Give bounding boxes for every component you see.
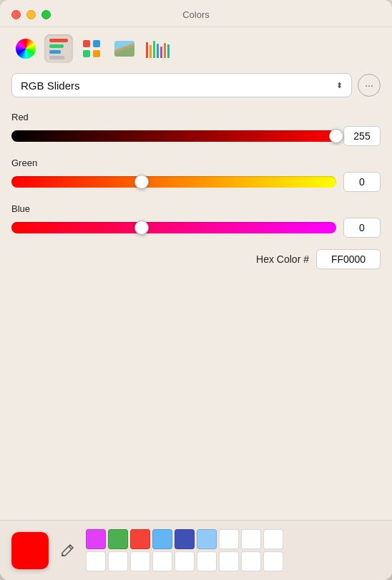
colors-window: Colors [0,0,392,580]
blue-slider-row: 0 [11,218,381,238]
red-slider-value[interactable]: 255 [343,126,381,146]
swatch-empty-10[interactable] [219,551,239,571]
eyedropper-icon [59,543,75,559]
svg-rect-3 [93,50,100,57]
swatch-empty-8[interactable] [175,551,195,571]
svg-point-4 [62,554,64,556]
swatch-empty-11[interactable] [241,551,261,571]
svg-rect-0 [83,40,90,47]
swatch-green[interactable] [108,529,128,549]
mode-selector-row: RGB Sliders ⬍ ··· [11,73,381,97]
red-slider-row: 255 [11,126,381,146]
green-slider-track [11,176,336,188]
main-content: RGB Sliders ⬍ ··· Red 255 Green [0,73,392,402]
hex-label: Hex Color # [256,253,309,265]
green-slider-value[interactable]: 0 [343,172,381,192]
mode-dropdown-label: RGB Sliders [21,79,80,92]
more-options-button[interactable]: ··· [358,74,381,97]
swatch-light-blue[interactable] [152,529,172,549]
swatch-empty-9[interactable] [197,551,217,571]
red-slider-wrap [11,128,336,144]
swatch-empty-5[interactable] [108,551,128,571]
minimize-button[interactable] [26,10,36,19]
titlebar: Colors [0,0,392,27]
maximize-button[interactable] [41,10,51,19]
swatch-red[interactable] [130,529,150,549]
color-wheel-icon [16,39,36,59]
swatch-empty-7[interactable] [152,551,172,571]
green-slider-row: 0 [11,172,381,192]
traffic-lights [11,10,51,19]
red-slider-track [11,130,336,142]
pencils-icon [146,39,170,58]
bottom-bar [0,520,392,580]
hex-row: Hex Color # FF0000 [11,249,381,269]
blue-slider-thumb[interactable] [134,221,149,235]
swatch-empty-1[interactable] [219,529,239,549]
window-title: Colors [182,9,210,20]
image-palettes-icon [114,41,134,57]
image-palettes-button[interactable] [110,34,139,63]
chevron-updown-icon: ⬍ [336,81,343,90]
rgb-sliders-icon [49,39,68,59]
green-slider-section: Green 0 [11,158,381,192]
blue-slider-track [11,222,336,233]
spacer [0,402,392,520]
color-palettes-icon [82,39,102,59]
rgb-sliders-button[interactable] [44,34,73,63]
swatch-purple[interactable] [86,529,106,549]
eyedropper-button[interactable] [56,539,79,562]
green-label: Green [11,158,381,168]
red-label: Red [11,112,381,122]
pencils-button[interactable] [143,34,172,63]
svg-rect-2 [83,50,90,57]
color-wheel-button[interactable] [11,34,40,63]
green-slider-thumb[interactable] [134,175,149,189]
red-slider-section: Red 255 [11,112,381,146]
swatches-grid [86,529,283,571]
blue-label: Blue [11,203,381,214]
blue-slider-section: Blue 0 [11,203,381,238]
toolbar [0,27,392,73]
swatch-dark-blue[interactable] [175,529,195,549]
blue-slider-value[interactable]: 0 [343,218,381,238]
current-color-swatch[interactable] [11,532,49,569]
swatch-empty-4[interactable] [86,551,106,571]
swatch-empty-12[interactable] [263,551,283,571]
swatch-sky-blue[interactable] [197,529,217,549]
green-slider-wrap [11,174,336,190]
swatch-empty-3[interactable] [263,529,283,549]
blue-slider-wrap [11,220,336,236]
close-button[interactable] [11,10,21,19]
color-palettes-button[interactable] [77,34,106,63]
svg-rect-1 [93,40,100,47]
red-slider-thumb[interactable] [329,129,343,143]
mode-dropdown[interactable]: RGB Sliders ⬍ [11,73,352,97]
swatch-empty-6[interactable] [130,551,150,571]
swatch-empty-2[interactable] [241,529,261,549]
hex-input[interactable]: FF0000 [316,249,381,269]
more-options-icon: ··· [365,79,373,91]
